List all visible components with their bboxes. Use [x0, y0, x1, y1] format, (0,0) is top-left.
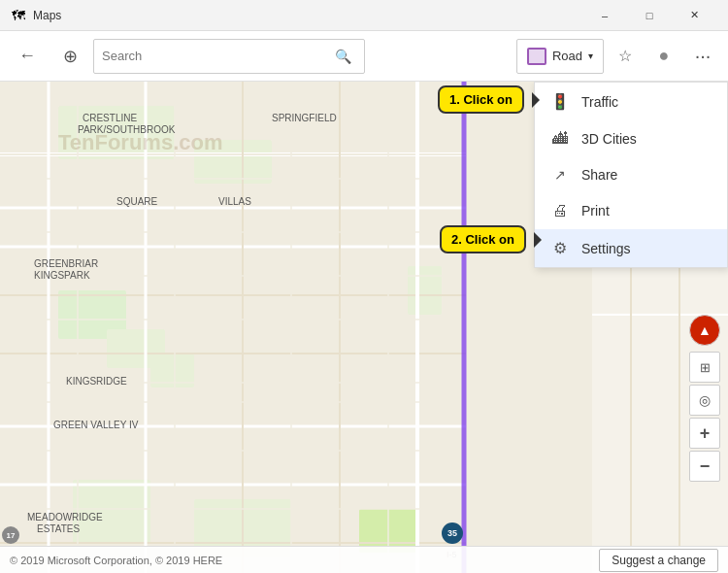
title-bar-left: 🗺 Maps [12, 8, 61, 23]
minimize-button[interactable]: – [582, 0, 627, 31]
dropdown-chevron-icon: ▾ [588, 51, 593, 61]
app-title: Maps [33, 9, 61, 22]
callout-second: 2. Click on [440, 225, 526, 253]
title-bar: 🗺 Maps – □ ✕ [0, 0, 728, 31]
search-box[interactable]: 🔍 [93, 39, 365, 74]
road-selector[interactable]: Road ▾ [516, 39, 604, 74]
zoom-out-button[interactable]: − [689, 451, 720, 482]
search-button[interactable]: 🔍 [329, 43, 356, 70]
search-input[interactable] [102, 49, 329, 63]
window-controls: – □ ✕ [582, 0, 716, 31]
svg-rect-1 [58, 106, 175, 159]
zoom-in-button[interactable]: + [689, 418, 720, 449]
more-icon: ··· [695, 45, 711, 67]
settings-icon: ⚙ [550, 239, 570, 257]
back-button[interactable]: ← [8, 37, 47, 76]
more-button[interactable]: ··· [685, 39, 720, 74]
callout-first: 1. Click on [438, 85, 524, 114]
suggest-change-button[interactable]: Suggest a change [599, 549, 718, 572]
copyright-text: © 2019 Microsoft Corporation, © 2019 HER… [10, 555, 222, 566]
profile-button[interactable]: ● [646, 39, 681, 74]
bottom-bar: © 2019 Microsoft Corporation, © 2019 HER… [0, 546, 728, 573]
svg-rect-2 [194, 140, 272, 184]
location-icon: ⊕ [63, 46, 78, 67]
compass-button[interactable]: ▲ [689, 315, 720, 346]
toolbar: ← ⊕ 🔍 Road ▾ ☆ ● ··· [0, 31, 728, 82]
interstate-badge: 35 [442, 522, 463, 544]
satellite-icon: ⊞ [700, 360, 711, 375]
map-controls: ▲ ⊞ ◎ + − [689, 315, 720, 482]
back-icon: ← [18, 46, 36, 66]
my-location-button[interactable]: ⊕ [50, 37, 89, 76]
map-container[interactable]: I-5 TenForums.com CRESTLINE PARK/SOUTHBR… [0, 82, 728, 573]
road-map-icon [527, 48, 546, 65]
svg-rect-6 [73, 480, 150, 543]
profile-icon: ● [659, 46, 670, 66]
menu-print-label: Print [581, 203, 610, 219]
menu-item-3dcities[interactable]: 🏙 3D Cities [535, 120, 727, 157]
minus-icon: − [700, 456, 711, 477]
road-label: Road [552, 49, 582, 63]
compass-icon: ▲ [698, 322, 711, 338]
menu-share-label: Share [581, 167, 617, 183]
callout-second-text: 2. Click on [451, 232, 514, 247]
callout-first-text: 1. Click on [449, 92, 513, 107]
traffic-icon: 🚦 [550, 92, 570, 111]
my-position-button[interactable]: ◎ [689, 385, 720, 416]
hwy-17-badge: 17 [2, 526, 19, 544]
star-icon: ☆ [618, 47, 632, 65]
print-icon: 🖨 [550, 202, 570, 219]
menu-item-settings[interactable]: ⚙ Settings [535, 229, 727, 267]
3dcities-icon: 🏙 [550, 130, 570, 148]
position-icon: ◎ [699, 392, 711, 408]
satellite-view-button[interactable]: ⊞ [689, 352, 720, 383]
menu-3dcities-label: 3D Cities [581, 131, 637, 147]
favorites-button[interactable]: ☆ [608, 39, 643, 74]
plus-icon: + [700, 423, 711, 444]
menu-item-traffic[interactable]: 🚦 Traffic [535, 83, 727, 120]
dropdown-menu: 🚦 Traffic 🏙 3D Cities ↗ Share 🖨 Print ⚙ … [534, 82, 728, 268]
maximize-button[interactable]: □ [627, 0, 672, 31]
menu-settings-label: Settings [581, 241, 631, 256]
menu-traffic-label: Traffic [581, 94, 618, 110]
close-button[interactable]: ✕ [672, 0, 716, 31]
svg-rect-9 [408, 266, 442, 315]
search-icon: 🔍 [335, 49, 351, 64]
app-icon: 🗺 [12, 8, 25, 23]
menu-item-share[interactable]: ↗ Share [535, 157, 727, 192]
app-content: ← ⊕ 🔍 Road ▾ ☆ ● ··· [0, 31, 728, 573]
menu-item-print[interactable]: 🖨 Print [535, 192, 727, 229]
share-icon: ↗ [550, 167, 570, 183]
